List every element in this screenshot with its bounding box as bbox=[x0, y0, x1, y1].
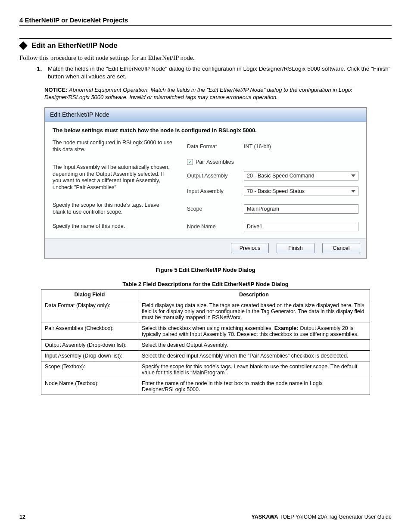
table-caption: Table 2 Field Descriptions for the Edit … bbox=[19, 281, 392, 287]
notice-block: NOTICE: Abnormal Equipment Operation. Ma… bbox=[44, 87, 392, 101]
section-divider bbox=[19, 25, 392, 26]
node-name-value: Drive1 bbox=[247, 224, 262, 230]
pair-assemblies-checkbox[interactable]: ✓ bbox=[187, 159, 193, 165]
step-number: 1. bbox=[37, 65, 44, 81]
page-footer: 12 YASKAWA TOEP YAICOM 20A Tag Generator… bbox=[19, 514, 392, 520]
subsection-title: Edit an EtherNet/IP Node bbox=[31, 41, 118, 50]
node-name-desc: Specify the name of this node. bbox=[53, 223, 173, 230]
finish-button[interactable]: Finish bbox=[277, 243, 314, 253]
scope-label: Scope bbox=[187, 206, 239, 212]
intro-paragraph: Follow this procedure to edit node setti… bbox=[19, 54, 392, 62]
table-header-desc: Description bbox=[138, 289, 370, 300]
figure-caption: Figure 5 Edit EtherNet/IP Node Dialog bbox=[19, 267, 392, 273]
footer-brand: YASKAWA bbox=[252, 514, 278, 520]
pair-assemblies-desc: The Input Assembly will be automatically… bbox=[53, 164, 173, 191]
node-name-input[interactable]: Drive1 bbox=[244, 222, 358, 231]
table-row: Output Assembly (Drop-down list): Select… bbox=[41, 339, 370, 350]
table-row: Pair Assemblies (Checkbox): Select this … bbox=[41, 323, 370, 339]
notice-body: Abnormal Equipment Operation. Match the … bbox=[44, 87, 352, 100]
data-format-value: INT (16-bit) bbox=[244, 143, 358, 149]
table-cell-desc: Enter the name of the node in this text … bbox=[138, 378, 370, 395]
table-row: Node Name (Textbox): Enter the name of t… bbox=[41, 378, 370, 395]
section-header: 4 EtherNet/IP or DeviceNet Projects bbox=[19, 16, 392, 24]
table-cell-field: Scope (Textbox): bbox=[41, 361, 138, 378]
table-header-field: Dialog Field bbox=[41, 289, 138, 300]
dialog-instruction: The below settings must match how the no… bbox=[53, 127, 358, 134]
table-row: Data Format (Display only): Field displa… bbox=[41, 300, 370, 323]
chevron-down-icon bbox=[351, 174, 355, 177]
scope-desc: Specify the scope for this node's tags. … bbox=[53, 202, 173, 215]
table-cell-desc: Select the desired Input Assembly when t… bbox=[138, 350, 370, 361]
table-cell-desc: Specify the scope for this node's tags. … bbox=[138, 361, 370, 378]
table-cell-desc: Field displays tag data size. The tags a… bbox=[138, 300, 370, 323]
pair-assemblies-check-label: Pair Assemblies bbox=[196, 159, 234, 165]
table-row: Input Assembly (Drop-down list): Select … bbox=[41, 350, 370, 361]
table-row: Scope (Textbox): Specify the scope for t… bbox=[41, 361, 370, 378]
edit-ethernet-node-dialog: Edit EtherNet/IP Node The below settings… bbox=[44, 107, 367, 259]
table-cell-field: Pair Assemblies (Checkbox): bbox=[41, 323, 138, 339]
table-cell-field: Data Format (Display only): bbox=[41, 300, 138, 323]
subsection-rule bbox=[19, 38, 392, 39]
page-number: 12 bbox=[19, 514, 25, 520]
data-format-desc: The node must configured in RSLogix 5000… bbox=[53, 140, 173, 153]
dialog-footer: Previous Finish Cancel bbox=[45, 238, 366, 258]
table-cell-desc: Select this checkbox when using matching… bbox=[138, 323, 370, 339]
cancel-button[interactable]: Cancel bbox=[322, 243, 360, 253]
input-assembly-label: Input Assembly bbox=[187, 188, 239, 194]
step-text: Match the fields in the "Edit EtherNet/I… bbox=[48, 65, 392, 81]
scope-value: MainProgram bbox=[247, 206, 279, 212]
input-assembly-dropdown[interactable]: 70 - Basic Speed Status bbox=[244, 187, 358, 196]
field-descriptions-table: Dialog Field Description Data Format (Di… bbox=[41, 289, 370, 395]
input-assembly-value: 70 - Basic Speed Status bbox=[247, 188, 305, 194]
scope-input[interactable]: MainProgram bbox=[244, 204, 358, 214]
node-name-label: Node Name bbox=[187, 224, 239, 230]
chevron-down-icon bbox=[351, 190, 355, 193]
data-format-label: Data Format bbox=[187, 143, 239, 149]
output-assembly-dropdown[interactable]: 20 - Basic Speed Command bbox=[244, 171, 358, 180]
dialog-title: Edit EtherNet/IP Node bbox=[45, 108, 366, 122]
table-cell-field: Node Name (Textbox): bbox=[41, 378, 138, 395]
output-assembly-value: 20 - Basic Speed Command bbox=[247, 173, 314, 179]
table-cell-field: Input Assembly (Drop-down list): bbox=[41, 350, 138, 361]
subsection-heading: Edit an EtherNet/IP Node bbox=[19, 41, 392, 50]
table-cell-desc: Select the desired Output Assembly. bbox=[138, 339, 370, 350]
diamond-icon bbox=[19, 41, 28, 50]
previous-button[interactable]: Previous bbox=[231, 243, 269, 253]
step-1: 1. Match the fields in the "Edit EtherNe… bbox=[37, 65, 392, 81]
table-cell-field: Output Assembly (Drop-down list): bbox=[41, 339, 138, 350]
footer-doc-title: YASKAWA TOEP YAICOM 20A Tag Generator Us… bbox=[252, 514, 392, 520]
notice-label: NOTICE: bbox=[44, 87, 67, 93]
output-assembly-label: Output Assembly bbox=[187, 173, 239, 179]
